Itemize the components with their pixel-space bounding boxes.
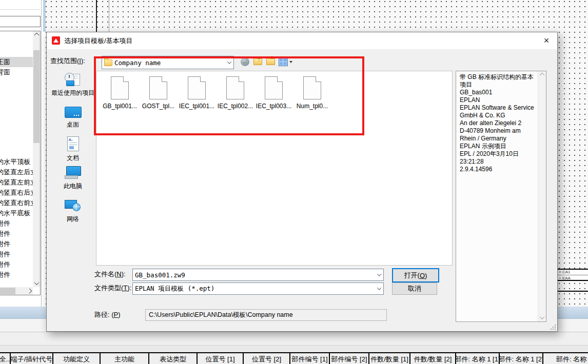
table-column-header[interactable]: 件数/数量 [2]	[409, 353, 455, 364]
list-item[interactable]: 附件	[0, 229, 33, 239]
file-type-label: 文件类型(T):	[94, 282, 131, 294]
chevron-down-icon[interactable]	[375, 269, 383, 280]
cancel-button[interactable]: 取消	[392, 282, 437, 295]
table-column-header[interactable]: 部件编号 [2]	[329, 353, 368, 364]
sidebar-item-documents[interactable]: A- 文档	[49, 136, 97, 163]
list-item[interactable]: 背面	[0, 67, 33, 77]
new-folder-icon[interactable]: *	[266, 57, 276, 67]
file-item[interactable]: IEC_tpl002...	[216, 76, 254, 110]
list-item[interactable]: 的水平底板	[0, 208, 33, 218]
table-column-header[interactable]: 端子/插针代号	[10, 353, 52, 364]
look-in-value: Company name	[112, 59, 225, 67]
table-column-header[interactable]: 主功能	[100, 353, 148, 364]
scroll-down-icon[interactable]	[33, 279, 40, 287]
eplan-application-window: = CA1 + EAA 正面 背面 的水平顶板 的竖直左后立 的竖直左前立 的竖…	[0, 0, 588, 364]
desktop-icon	[65, 107, 82, 118]
list-item[interactable]: 附件	[0, 259, 33, 270]
file-type-combobox[interactable]: EPLAN 项目模板 (*.ept)	[132, 282, 384, 295]
chevron-down-icon[interactable]	[225, 56, 233, 69]
look-in-label: 查找范围(I):	[50, 55, 85, 67]
vertical-scrollbar[interactable]	[33, 31, 40, 287]
project-info-panel: 带 GB 标准标识结构的基本项目 GB_bas001 EPLAN EPLAN S…	[456, 71, 546, 322]
table-column-header[interactable]: 位置号 [1]	[197, 353, 243, 364]
bottom-strip	[0, 346, 588, 352]
marker-line	[557, 280, 588, 281]
list-item[interactable]: 附件	[0, 218, 33, 229]
file-icon	[303, 76, 321, 99]
list-item[interactable]: 的竖直右后立	[0, 188, 33, 198]
chevron-down-icon[interactable]	[289, 61, 292, 63]
file-icon	[226, 76, 244, 99]
look-in-combobox[interactable]: Company name	[102, 56, 234, 69]
marker-line	[557, 291, 588, 292]
path-label: 路径: (P)	[94, 309, 121, 320]
info-panel-scrollbar[interactable]	[538, 71, 546, 321]
panel-divider-thin	[0, 9, 40, 10]
sidebar-item-desktop[interactable]: 桌面	[49, 107, 97, 129]
editor-left-edge	[43, 0, 46, 32]
scrollbar-thumb[interactable]	[33, 50, 40, 143]
list-item[interactable]: 附件	[0, 239, 33, 249]
file-item[interactable]: Num_tpl0...	[293, 76, 331, 110]
table-column-header[interactable]: 部件: 名称 1 [1]	[455, 353, 499, 364]
file-name-combobox[interactable]: GB_bas001.zw9	[132, 269, 384, 281]
close-icon[interactable]: ×	[541, 35, 552, 46]
resize-grip[interactable]	[549, 323, 556, 330]
scroll-down-icon[interactable]	[538, 314, 546, 321]
documents-icon: A-	[67, 136, 79, 151]
table-column-header[interactable]: 全..	[0, 353, 10, 364]
network-icon	[65, 198, 81, 212]
folder-icon	[104, 59, 112, 66]
marker-line	[557, 275, 588, 275]
sidebar-item-recent-projects[interactable]: 最近使用的项目	[49, 73, 97, 97]
sidebar-item-this-pc[interactable]: 此电脑	[49, 166, 97, 191]
file-item[interactable]: IEC_tpl001...	[178, 76, 216, 110]
scroll-up-icon[interactable]	[33, 31, 40, 39]
list-item[interactable]: 的竖直右前立	[0, 198, 33, 208]
list-item[interactable]: 的水平顶板	[0, 157, 33, 167]
open-button[interactable]: 打开(O)	[392, 268, 439, 282]
table-column-header[interactable]: 位置号 [2]	[243, 353, 289, 364]
tree-item-list: 正面 背面 的水平顶板 的竖直左后立 的竖直左前立 的竖直右后立 的竖直右前立 …	[0, 31, 33, 287]
parts-table-header-row: 全.. 端子/插针代号 功能定义 主功能 表达类型 位置号 [1] 位置号 [2…	[0, 352, 588, 364]
file-name-value: GB_bas001.zw9	[133, 271, 375, 279]
table-column-header[interactable]: 功能定义	[52, 353, 100, 364]
sidebar-item-network[interactable]: 网络	[49, 198, 97, 224]
file-item[interactable]: IEC_tpl003...	[254, 76, 293, 110]
dialog-title: 选择项目模板/基本项目	[64, 32, 133, 49]
horizontal-scrollbar[interactable]	[0, 287, 33, 295]
select-project-template-dialog: 选择项目模板/基本项目 × 查找范围(I): Company name ← ↑ …	[46, 32, 558, 332]
file-list[interactable]: GB_tpl001... GOST_tpl... IEC_tpl001... I…	[96, 71, 453, 266]
chevron-down-icon[interactable]	[375, 283, 383, 294]
structure-id-label: = CA1	[559, 270, 587, 275]
list-item[interactable]: 的竖直左前立	[0, 177, 33, 188]
file-icon	[149, 76, 167, 99]
file-icon	[188, 76, 206, 99]
dialog-titlebar[interactable]: 选择项目模板/基本项目 ×	[47, 32, 557, 49]
file-item[interactable]: GOST_tpl...	[139, 76, 178, 110]
list-item[interactable]: 附件	[0, 249, 33, 259]
list-item[interactable]: 附件	[0, 270, 33, 280]
view-menu-icon[interactable]	[278, 57, 288, 67]
file-type-value: EPLAN 项目模板 (*.ept)	[133, 285, 375, 293]
table-column-header[interactable]: 部件编号 [1]	[289, 353, 329, 364]
file-icon	[265, 76, 283, 99]
list-item[interactable]: 正面	[0, 57, 33, 67]
scrollbar-thumb[interactable]	[0, 288, 15, 294]
table-column-header[interactable]: 件数/数量 [1]	[368, 353, 409, 364]
bottom-strip	[0, 332, 588, 345]
up-one-level-icon[interactable]: ↑	[253, 57, 263, 67]
table-column-header[interactable]: 表达类型	[148, 353, 197, 364]
back-icon[interactable]: ←	[240, 57, 250, 67]
this-pc-icon	[65, 166, 81, 179]
list-item[interactable]: 的竖直左后立	[0, 167, 33, 177]
filter-input[interactable]	[0, 16, 41, 27]
layout-space-list: 正面 背面 的水平顶板 的竖直左后立 的竖直左前立 的竖直右后立 的竖直右前立 …	[0, 31, 41, 295]
file-item[interactable]: GB_tpl001...	[101, 76, 139, 110]
table-column-header[interactable]: 部件: 名称 1	[542, 353, 588, 364]
scroll-right-icon[interactable]	[26, 287, 33, 295]
file-name-label: 文件名(N):	[94, 269, 126, 280]
scroll-up-icon[interactable]	[538, 71, 546, 79]
table-column-header[interactable]: 部件: 名称 1 [2]	[499, 353, 542, 364]
file-icon	[111, 76, 129, 99]
